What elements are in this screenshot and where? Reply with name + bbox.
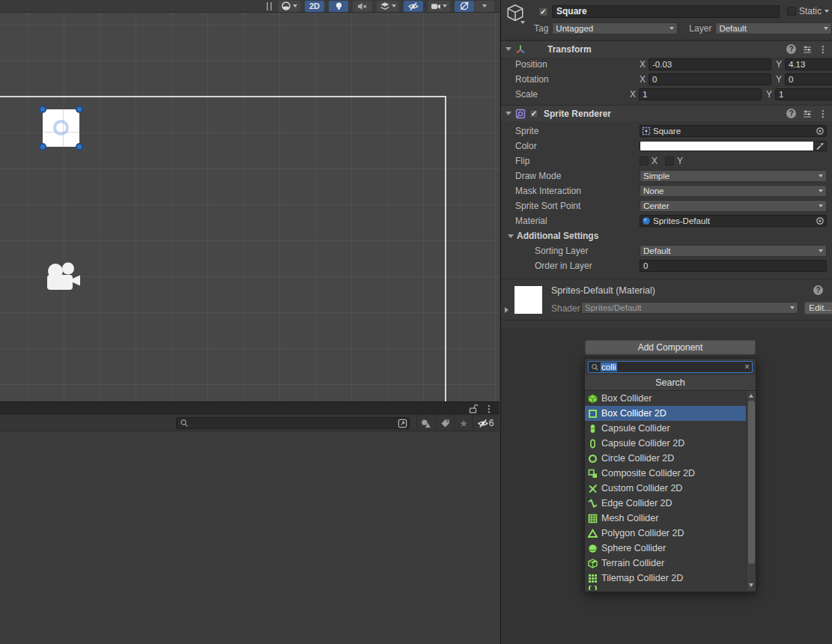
scrollbar-thumb[interactable]: [748, 401, 755, 564]
eyedropper-icon: [816, 142, 825, 151]
additional-settings-foldout[interactable]: Additional Settings: [501, 228, 832, 243]
order-in-layer-field[interactable]: [640, 260, 827, 272]
layer-dropdown[interactable]: Default: [715, 22, 832, 34]
filter-by-type-button[interactable]: [416, 415, 435, 431]
list-item-polygon-collider-2d[interactable]: Polygon Collider 2D: [585, 526, 756, 541]
sprite-sort-point-dropdown[interactable]: Center: [640, 200, 827, 212]
scene-effects-button[interactable]: [377, 1, 399, 12]
search-input[interactable]: [176, 417, 410, 429]
lock-open-icon[interactable]: [468, 404, 479, 414]
scene-audio-button[interactable]: [353, 1, 372, 12]
scale-y-field[interactable]: [775, 88, 832, 100]
eye-slash-icon: [478, 419, 488, 428]
list-item-box-collider[interactable]: Box Collider: [585, 391, 756, 406]
component-menu-icon[interactable]: [819, 109, 828, 119]
chevron-down-icon: [293, 4, 297, 7]
lightbulb-icon: [334, 1, 344, 11]
mask-interaction-dropdown[interactable]: None: [640, 185, 827, 197]
toolbar-drag-handle-icon[interactable]: [267, 2, 272, 10]
scene-camera-settings-button[interactable]: [428, 1, 450, 12]
filter-by-label-button[interactable]: [435, 415, 454, 431]
static-checkbox[interactable]: [787, 7, 796, 16]
scale-x-field[interactable]: [639, 88, 762, 100]
scene-view[interactable]: [0, 13, 499, 401]
list-item-terrain-collider[interactable]: Terrain Collider: [585, 556, 756, 571]
tag-dropdown[interactable]: Untagged: [552, 22, 678, 34]
sorting-layer-dropdown[interactable]: Default: [640, 245, 827, 257]
shading-mode-button[interactable]: [278, 1, 300, 12]
list-item-circle-collider-2d[interactable]: Circle Collider 2D: [585, 451, 756, 466]
shader-dropdown[interactable]: Sprites/Default: [581, 302, 798, 314]
selection-handle-top-right[interactable]: [76, 106, 83, 113]
scroll-down-icon[interactable]: [749, 583, 753, 587]
eye-slash-icon: [408, 1, 419, 11]
2d-mode-button[interactable]: 2D: [305, 1, 324, 12]
inspector-footer: Add Component colli Search Box Collider: [501, 328, 832, 644]
edge-collider-2d-icon: [588, 499, 598, 508]
add-component-button[interactable]: Add Component: [585, 340, 756, 355]
material-object-field[interactable]: Sprites-Default: [640, 215, 827, 227]
clear-search-icon[interactable]: [744, 362, 750, 372]
list-item-capsule-collider[interactable]: Capsule Collider: [585, 421, 756, 436]
gizmos-dropdown-button[interactable]: [475, 1, 494, 12]
object-picker-icon[interactable]: [816, 127, 825, 136]
list-item-composite-collider-2d[interactable]: Composite Collider 2D: [585, 466, 756, 481]
gameobject-name-field[interactable]: Square: [552, 5, 780, 18]
scene-lighting-button[interactable]: [329, 1, 348, 12]
selection-handle-bottom-right[interactable]: [76, 143, 83, 151]
hidden-objects-button[interactable]: 6: [473, 415, 498, 431]
list-item-mesh-collider[interactable]: Mesh Collider: [585, 511, 756, 526]
enabled-checkbox[interactable]: [529, 109, 538, 118]
foldout-icon[interactable]: [505, 307, 508, 313]
popup-scrollbar[interactable]: [746, 391, 756, 590]
selection-handle-top-left[interactable]: [39, 106, 46, 113]
color-row: Color: [501, 139, 832, 154]
rotation-x-field[interactable]: [649, 73, 771, 85]
eyedropper-button[interactable]: [814, 141, 827, 151]
help-icon[interactable]: [786, 109, 796, 118]
static-dropdown-icon[interactable]: [825, 10, 829, 13]
presets-icon[interactable]: [803, 109, 812, 118]
list-item-capsule-collider-2d[interactable]: Capsule Collider 2D: [585, 436, 756, 451]
list-item-sphere-collider[interactable]: Sphere Collider: [585, 541, 756, 556]
draw-mode-dropdown[interactable]: Simple: [640, 170, 827, 182]
sprite-pivot-handle[interactable]: [53, 120, 69, 136]
list-item-partial[interactable]: [585, 586, 756, 590]
bottom-panel-content[interactable]: [0, 431, 499, 644]
flip-x-checkbox[interactable]: [640, 157, 649, 165]
gizmos-toggle-button[interactable]: [455, 1, 474, 12]
shader-edit-button[interactable]: Edit...: [804, 302, 832, 315]
component-search-input[interactable]: colli: [588, 361, 753, 373]
position-x-field[interactable]: [649, 58, 771, 70]
presets-icon[interactable]: [803, 45, 812, 54]
flip-y-checkbox[interactable]: [665, 157, 674, 165]
chevron-down-icon[interactable]: [520, 21, 525, 24]
panel-menu-icon[interactable]: [485, 404, 494, 414]
list-item-box-collider-2d[interactable]: Box Collider 2D: [585, 406, 756, 421]
list-item-edge-collider-2d[interactable]: Edge Collider 2D: [585, 496, 756, 511]
material-preview-swatch: [514, 286, 542, 314]
component-menu-icon[interactable]: [819, 44, 828, 55]
pick-frame-icon[interactable]: [398, 419, 407, 428]
active-checkbox[interactable]: [538, 7, 548, 16]
sprite-object-field[interactable]: Square: [640, 125, 827, 137]
scroll-up-icon[interactable]: [749, 394, 753, 398]
rotation-y-field[interactable]: [785, 73, 832, 85]
foldout-icon[interactable]: [505, 47, 511, 51]
wheel-collider-icon: [588, 586, 598, 590]
color-swatch[interactable]: [640, 141, 814, 151]
saved-search-button[interactable]: [454, 415, 473, 431]
list-item-custom-collider-2d[interactable]: Custom Collider 2D: [585, 481, 756, 496]
foldout-icon[interactable]: [505, 112, 511, 115]
transform-icon: [515, 44, 526, 55]
position-y-field[interactable]: [785, 58, 832, 70]
object-picker-icon[interactable]: [816, 216, 825, 225]
help-icon[interactable]: [786, 44, 796, 54]
camera-gizmo-icon[interactable]: [43, 260, 84, 294]
gameobject-cube-icon[interactable]: [505, 3, 525, 22]
list-item-tilemap-collider-2d[interactable]: Tilemap Collider 2D: [585, 571, 756, 586]
scene-visibility-button[interactable]: [404, 1, 423, 12]
help-icon[interactable]: [813, 285, 823, 295]
selection-handle-bottom-left[interactable]: [39, 143, 46, 151]
search-text: colli: [601, 362, 617, 371]
